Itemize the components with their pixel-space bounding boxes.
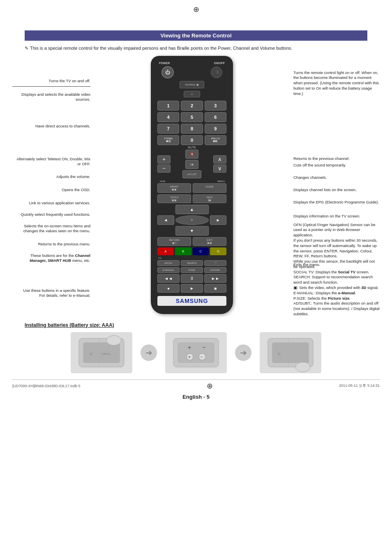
3d-button[interactable]: 🎬 — [204, 260, 226, 266]
ch-down-button[interactable]: ∨ — [213, 164, 226, 173]
onoff-button[interactable]: ☽ — [211, 67, 222, 78]
remote-control: POWER ON/OFF ⏻ ☽ SOURCE ▣ ↩ 1 2 3 4 5 — [151, 56, 233, 314]
ann-chlist-r: Displays channel lists on the screen. — [293, 187, 380, 193]
mute-button[interactable]: 🔇 — [185, 150, 198, 159]
social-button[interactable]: SOCIAL — [157, 260, 180, 266]
exit-button[interactable]: EXIT▣▦ — [193, 237, 226, 246]
volume-col: + − — [157, 155, 171, 173]
vol-up-button[interactable]: + — [157, 155, 171, 164]
tools-info-row: TOOLS▣▣ INFOℹ▣ — [157, 194, 226, 203]
tools-button[interactable]: TOOLS▣▣ — [157, 194, 191, 203]
social-search-row: SOCIAL SEARCH 🎬 — [157, 260, 226, 266]
ann-exit-r: Exits the menu. — [293, 262, 380, 268]
vol-down-button[interactable]: − — [157, 164, 171, 173]
btn-0[interactable]: 0 — [181, 135, 203, 145]
ann-ch-r: Changes channels. — [293, 175, 380, 180]
footer-date-info: 2011-05-11 오후 5:14:31 — [339, 383, 380, 388]
ann-prech-r: Returns to the previous channel. — [293, 156, 380, 162]
ann-onoff-r: Turns the remote control light on or off… — [293, 70, 380, 97]
record-button[interactable]: ● — [157, 284, 180, 293]
ann-smart: Link to various application services. — [12, 201, 90, 206]
ann-epg-r: Displays the EPG (Electronic Programme G… — [293, 200, 380, 205]
nav-left-button[interactable]: ◄ — [157, 215, 174, 225]
media-row: ◄◄ II ►► — [157, 274, 226, 283]
play-row: ● ► ■ — [157, 284, 226, 293]
ch-up-button[interactable]: ∧ — [213, 155, 226, 164]
ann-color: These buttons are for the Channel Manage… — [12, 253, 90, 264]
osd-button[interactable]: ≡◉ — [185, 160, 198, 169]
svg-rect-7 — [178, 342, 214, 363]
btn-9[interactable]: 9 — [205, 124, 226, 134]
play-button[interactable]: ► — [181, 284, 203, 293]
info-button[interactable]: INFOℹ▣ — [193, 194, 226, 203]
btn-5[interactable]: 5 — [181, 112, 203, 122]
btn-2[interactable]: 2 — [181, 101, 203, 111]
source-sub-button[interactable]: ↩ — [184, 91, 200, 97]
hub-label: HUB — [159, 180, 165, 183]
battery-title: Installing batteries (Battery size: AAA) — [25, 322, 367, 328]
pause-button[interactable]: II — [181, 274, 203, 283]
vol-ch-section: + − 🔇 ≡◉ CH LIST ∧ ∨ — [157, 150, 226, 178]
btn-3[interactable]: 3 — [205, 101, 226, 111]
top-cross-symbol: ⊕ — [0, 0, 392, 14]
btn-c[interactable]: C — [193, 247, 209, 255]
svg-text:−: − — [201, 355, 203, 359]
adsubt-button[interactable]: AD/SUBT. — [204, 267, 226, 273]
page-indicator: English - 5 — [0, 394, 392, 400]
btn-7[interactable]: 7 — [157, 124, 179, 134]
ann-source: Displays and selects the available video… — [12, 92, 90, 103]
svg-point-16 — [295, 362, 310, 372]
rewind-button[interactable]: ◄◄ — [157, 274, 180, 283]
right-annotations: Turns the remote control light on or off… — [293, 56, 388, 314]
btn-b[interactable]: B — [175, 247, 191, 255]
intro-icon: ✎ — [25, 45, 28, 52]
btn-6[interactable]: 6 — [205, 112, 226, 122]
prech-button[interactable]: PRE-CH▣◧ — [205, 135, 226, 145]
psize-button[interactable]: P.SIZE — [181, 267, 203, 273]
svg-rect-15 — [272, 342, 309, 363]
svg-text:battery: battery — [101, 352, 111, 356]
btn-a[interactable]: A — [157, 247, 174, 255]
onoff-label: ON/OFF — [214, 62, 225, 65]
samsung-logo: SAMSUNG — [157, 296, 226, 306]
center-buttons: 🔇 ≡◉ CH LIST — [182, 150, 201, 178]
ann-channels: Have direct access to channels. — [12, 124, 90, 129]
nav-down-button[interactable]: ▼ — [175, 226, 209, 236]
footer: [UD7000-XH]BN68-03438D-03L17.indb 5 ⊕ 20… — [12, 379, 380, 390]
svg-text:◁: ◁ — [89, 352, 92, 356]
svg-text:+: + — [188, 355, 191, 359]
page-title: Viewing the Remote Control — [25, 30, 367, 41]
ann-info-r: Displays information on the TV screen. — [293, 214, 380, 219]
ann-mute-r: Cuts off the sound temporarily. — [293, 163, 380, 168]
intro-section: ✎ This is a special remote control for t… — [25, 45, 367, 52]
btn-4[interactable]: 4 — [157, 112, 179, 122]
stop-button[interactable]: ■ — [204, 284, 226, 293]
btn-d[interactable]: D — [210, 247, 226, 255]
power-label: POWER — [159, 62, 170, 65]
nav-section: ▲ ◄ ⊙ ► ▼ — [157, 205, 226, 236]
mute-label: MUTE — [157, 146, 226, 149]
ann-osd: Opens the OSD. — [12, 187, 90, 193]
return-exit-row: RETURN▣↩ EXIT▣▦ — [157, 237, 226, 246]
remote-container: POWER ON/OFF ⏻ ☽ SOURCE ▣ ↩ 1 2 3 4 5 — [90, 56, 293, 314]
source-button[interactable]: SOURCE ▣ — [180, 81, 204, 88]
channel-col: ∧ ∨ — [213, 155, 226, 173]
chlist-button[interactable]: CH LIST — [182, 170, 201, 178]
battery-images: ◁ battery ➜ + − + − — [25, 332, 367, 373]
svg-point-2 — [106, 335, 121, 345]
smart-button[interactable]: SMART▣▣ — [157, 183, 191, 193]
enter-button[interactable]: ⊙ — [175, 215, 209, 225]
nav-right-button[interactable]: ► — [210, 215, 227, 225]
nav-up-button[interactable]: ▲ — [175, 205, 209, 214]
ann-vol: Adjusts the volume. — [12, 174, 90, 180]
power-button[interactable]: ⏻ — [161, 66, 174, 79]
emanual-button[interactable]: E-MANUAL — [157, 267, 180, 273]
tv-label: TV — [157, 257, 226, 259]
btn-8[interactable]: 8 — [181, 124, 203, 134]
btn-1[interactable]: 1 — [157, 101, 179, 111]
search-button[interactable]: SEARCH — [181, 260, 203, 266]
return-button[interactable]: RETURN▣↩ — [157, 237, 191, 246]
guide-button[interactable]: GUIDE — [193, 183, 226, 193]
ffwd-button[interactable]: ►► — [204, 274, 226, 283]
ttx-button[interactable]: TTX/MIX▣▧ — [157, 135, 179, 145]
